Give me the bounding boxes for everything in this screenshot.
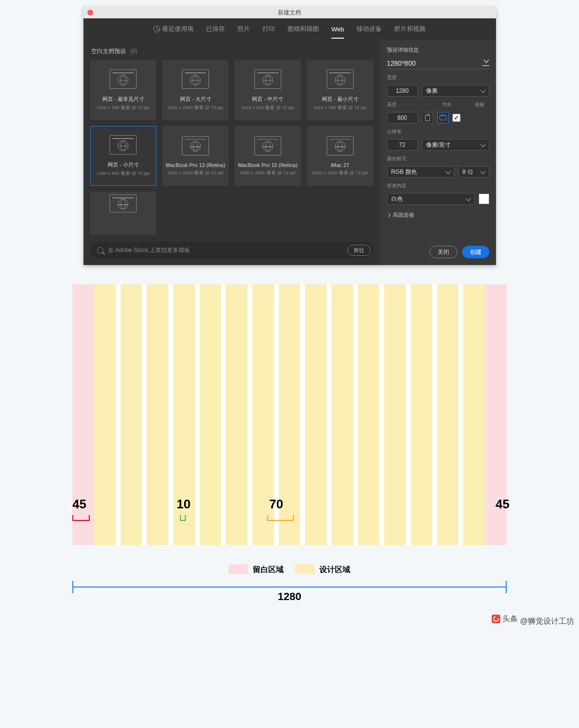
preset-card[interactable]: 网页 - 中尺寸1440 x 900 像素 @ 72 ppi (234, 60, 301, 120)
width-label: 宽度 (387, 74, 489, 81)
chevron-down-icon (445, 168, 451, 174)
watermark: 头条 @狮觉设计工坊 (492, 614, 574, 627)
preset-card-extra[interactable]: .. (90, 192, 157, 235)
tab-artwork[interactable]: 图稿和插图 (288, 25, 319, 39)
grid-diagram: 45 45 10 70 留白区域 设计区域 1280 头条 @狮觉设计工坊 (72, 284, 507, 597)
preset-name-field[interactable]: 1280*800 (387, 57, 489, 70)
resolution-unit-select[interactable]: 像素/英寸 (422, 139, 489, 151)
tab-print[interactable]: 打印 (262, 25, 275, 39)
margin-dim-right: 45 (496, 497, 510, 512)
close-button[interactable]: 关闭 (429, 246, 457, 258)
section-header: 空白文档预设 (9) (91, 47, 373, 56)
preset-card[interactable]: MacBook Pro 13 (Retina)2560 x 1600 像素 @ … (162, 126, 229, 186)
web-page-icon (182, 70, 209, 89)
web-page-icon (254, 136, 281, 155)
web-page-icon (110, 135, 137, 154)
bracket-margin (72, 515, 90, 521)
preset-card-selected[interactable]: 网页 - 小尺寸1280 x 800 像素 @ 72 ppi (90, 126, 157, 186)
tab-photo[interactable]: 照片 (237, 25, 250, 39)
clock-icon (153, 26, 160, 32)
artboard-checkbox[interactable]: ✓ (453, 114, 460, 122)
grid-columns: 45 45 10 70 (72, 284, 507, 545)
color-mode-label: 颜色模式 (387, 155, 489, 162)
artboard-label: 画板 (475, 101, 489, 108)
create-button[interactable]: 创建 (462, 246, 489, 258)
presets-pane: 空白文档预设 (9) 网页 - 最常见尺寸1366 x 768 像素 @ 72 … (83, 40, 380, 265)
details-pane: 预设详细信息 1280*800 宽度 1280 像素 高度 方向 画板 800 … (380, 40, 496, 265)
swatch-pink (229, 564, 248, 574)
color-mode-select[interactable]: RGB 颜色 (387, 166, 455, 178)
legend-margin: 留白区域 (229, 564, 284, 575)
web-page-icon (327, 70, 354, 89)
tab-saved[interactable]: 已保存 (206, 25, 225, 39)
stock-search[interactable]: 在 Adobe Stock 上查找更多模板 前往 (90, 242, 373, 258)
titlebar: 新建文档 (83, 7, 496, 18)
width-unit-select[interactable]: 像素 (422, 85, 489, 97)
total-width-dim: 1280 (72, 578, 507, 597)
resolution-label: 分辨率 (387, 128, 489, 135)
column-dim: 70 (269, 497, 283, 512)
margin-dim-left: 45 (72, 497, 86, 512)
background-select[interactable]: 白色 (387, 193, 475, 205)
preset-card[interactable]: 网页 - 最小尺寸1024 x 768 像素 @ 72 ppi (307, 60, 373, 120)
toutiao-icon (492, 615, 500, 623)
orientation-landscape[interactable] (437, 112, 449, 124)
swatch-yellow (295, 564, 315, 574)
bracket-gutter (180, 515, 186, 521)
gutter-dim: 10 (177, 497, 191, 512)
legend-design: 设计区域 (295, 564, 350, 575)
background-swatch[interactable] (479, 194, 489, 204)
chevron-down-icon (480, 87, 485, 93)
close-window-icon[interactable] (87, 10, 93, 15)
preset-card[interactable]: 网页 - 大尺寸1920 x 1080 像素 @ 72 ppi (162, 60, 229, 120)
legend: 留白区域 设计区域 (72, 564, 507, 575)
tab-web[interactable]: Web (331, 26, 345, 39)
height-label: 高度 (387, 101, 438, 108)
resolution-input[interactable]: 72 (387, 139, 418, 151)
height-input[interactable]: 800 (387, 112, 418, 124)
web-page-icon (327, 136, 354, 155)
chevron-right-icon (386, 213, 390, 217)
go-button[interactable]: 前往 (347, 245, 371, 256)
bracket-column (267, 515, 294, 521)
new-document-dialog: 新建文档 最近使用项 已保存 照片 打印 图稿和插图 Web 移动设备 胶片和视… (83, 7, 496, 265)
search-placeholder: 在 Adobe Stock 上查找更多模板 (108, 246, 343, 254)
tab-mobile[interactable]: 移动设备 (357, 25, 382, 39)
category-tabs: 最近使用项 已保存 照片 打印 图稿和插图 Web 移动设备 胶片和视频 (83, 18, 496, 40)
columns-wrap (94, 284, 485, 545)
web-page-icon (182, 136, 209, 155)
search-icon (97, 247, 103, 253)
chevron-down-icon (480, 168, 485, 174)
chevron-down-icon (480, 141, 485, 147)
orientation-portrait[interactable] (422, 112, 433, 124)
preset-grid: 网页 - 最常见尺寸1366 x 768 像素 @ 72 ppi 网页 - 大尺… (90, 60, 373, 186)
details-heading: 预设详细信息 (387, 46, 489, 54)
web-page-icon (254, 70, 281, 89)
tab-recent[interactable]: 最近使用项 (153, 25, 193, 39)
width-input[interactable]: 1280 (387, 85, 418, 97)
tab-film[interactable]: 胶片和视频 (394, 25, 426, 39)
orientation-label: 方向 (442, 101, 471, 108)
background-label: 背景内容 (387, 182, 489, 189)
preset-card[interactable]: MacBook Pro 15 (Retina)2880 x 1800 像素 @ … (234, 126, 301, 186)
web-page-icon (110, 195, 137, 212)
color-depth-select[interactable]: 8 位 (458, 166, 489, 178)
save-preset-icon[interactable] (482, 60, 489, 66)
preset-card[interactable]: iMac 272560 x 1440 像素 @ 72 ppi (307, 126, 373, 186)
chevron-down-icon (466, 196, 471, 201)
advanced-toggle[interactable]: 高级选项 (387, 211, 489, 219)
web-page-icon (110, 70, 137, 89)
window-title: 新建文档 (278, 9, 301, 17)
preset-card[interactable]: 网页 - 最常见尺寸1366 x 768 像素 @ 72 ppi (90, 60, 157, 120)
